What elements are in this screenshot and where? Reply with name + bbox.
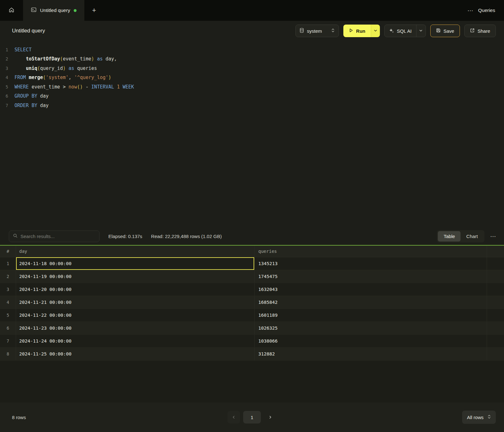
pagination: 1 [227,411,277,423]
row-filler-cell [487,348,504,360]
day-cell[interactable]: 2024-11-22 00:00:00 [16,309,254,321]
sql-editor[interactable]: 1SELECT2 toStartOfDay(event_time) as day… [0,41,504,227]
updown-chevrons-icon [331,28,335,34]
column-header-day[interactable]: day [16,246,254,257]
table-row[interactable]: 42024-11-21 00:00:001685842 [0,296,504,309]
day-cell[interactable]: 2024-11-23 00:00:00 [16,322,254,334]
day-cell[interactable]: 2024-11-21 00:00:00 [16,296,254,309]
code-text: FROM merge('system', '^query_log') [14,75,111,80]
tab-label: Untitled query [40,8,70,13]
sql-ai-label: SQL AI [397,28,412,34]
home-button[interactable] [0,0,23,21]
row-filler-cell [487,335,504,347]
code-text: SELECT [14,47,32,53]
database-select-value: system [307,28,328,34]
queries-cell[interactable]: 1632043 [254,283,487,296]
column-header-index[interactable]: # [0,246,16,257]
chevron-down-icon [419,29,423,33]
console-icon [31,7,37,14]
table-row[interactable]: 62024-11-23 00:00:001026325 [0,322,504,335]
code-text: WHERE event_time > now() - INTERVAL 1 WE… [14,84,134,90]
queries-cell[interactable]: 1685842 [254,296,487,309]
tab-chart[interactable]: Chart [461,231,484,242]
elapsed-stat: Elapsed: 0.137s [108,234,142,239]
page-number-button[interactable]: 1 [243,411,261,423]
results-more-button[interactable]: ⋯ [490,233,496,240]
queries-button[interactable]: Queries [478,8,495,13]
share-button[interactable]: Share [464,25,496,37]
run-button[interactable]: Run [343,25,371,37]
table-row[interactable]: 82024-11-25 00:00:00312882 [0,348,504,361]
table-row[interactable]: 52024-11-22 00:00:001601189 [0,309,504,322]
tabbar-right: ⋯ Queries [467,0,504,21]
code-line[interactable]: 7ORDER BY day [0,101,504,110]
line-number: 3 [0,66,14,71]
line-number: 1 [0,47,14,52]
run-options-button[interactable] [371,25,380,37]
chevron-right-icon [268,415,272,420]
code-line[interactable]: 3 uniq(query_id) as queries [0,64,504,73]
day-cell[interactable]: 2024-11-19 00:00:00 [16,270,254,283]
queries-cell[interactable]: 1026325 [254,322,487,334]
sql-ai-button-group: SQL AI [384,25,426,37]
code-text: toStartOfDay(event_time) as day, [14,56,117,62]
sql-ai-button[interactable]: SQL AI [385,25,416,37]
row-index-cell: 4 [0,296,16,309]
new-tab-button[interactable]: + [84,0,104,21]
updown-chevrons-icon [487,414,491,420]
sql-ai-options-button[interactable] [416,25,426,37]
share-button-label: Share [478,28,490,34]
day-cell[interactable]: 2024-11-24 00:00:00 [16,335,254,347]
code-line[interactable]: 2 toStartOfDay(event_time) as day, [0,54,504,64]
line-number: 2 [0,56,14,61]
table-row[interactable]: 22024-11-19 00:00:001745475 [0,270,504,283]
tab-spacer [104,0,467,21]
column-header-queries[interactable]: queries [254,246,487,257]
row-index-cell: 2 [0,270,16,283]
tab-untitled-query[interactable]: Untitled query [23,0,84,21]
queries-cell[interactable]: 1745475 [254,270,487,283]
page-size-select[interactable]: All rows [462,411,496,424]
row-filler-cell [487,322,504,334]
row-index-cell: 1 [0,257,16,270]
code-line[interactable]: 5WHERE event_time > now() - INTERVAL 1 W… [0,82,504,92]
row-filler-cell [487,296,504,309]
results-empty-area [0,361,504,402]
database-select[interactable]: system [295,25,339,37]
code-line[interactable]: 4FROM merge('system', '^query_log') [0,73,504,82]
prev-page-button[interactable] [227,411,240,423]
code-text: uniq(query_id) as queries [14,65,97,71]
table-row[interactable]: 32024-11-20 00:00:001632043 [0,283,504,296]
line-number: 5 [0,84,14,89]
search-icon [13,233,18,239]
day-cell[interactable]: 2024-11-25 00:00:00 [16,348,254,360]
day-cell[interactable]: 2024-11-18 00:00:00 [16,257,254,270]
run-button-label: Run [356,28,365,34]
row-filler-cell [487,257,504,270]
more-menu-button[interactable]: ⋯ [467,7,474,14]
search-input[interactable] [20,234,95,239]
row-filler-cell [487,270,504,283]
code-line[interactable]: 6GROUP BY day [0,92,504,101]
table-header: # day queries [0,246,504,257]
save-button-label: Save [444,28,454,34]
tab-table[interactable]: Table [438,231,461,242]
results-toolbar: Elapsed: 0.137s Read: 22,229,488 rows (1… [0,227,504,245]
row-index-cell: 7 [0,335,16,347]
queries-cell[interactable]: 1038066 [254,335,487,347]
table-row[interactable]: 12024-11-18 00:00:001345213 [0,257,504,270]
table-row[interactable]: 72024-11-24 00:00:001038066 [0,335,504,348]
toolbar-actions: system Run [295,25,496,37]
chevron-down-icon [374,29,377,33]
save-button[interactable]: Save [430,25,460,37]
row-filler-cell [487,309,504,321]
next-page-button[interactable] [264,411,277,423]
unsaved-dot [74,9,77,12]
queries-cell[interactable]: 1601189 [254,309,487,321]
code-line[interactable]: 1SELECT [0,45,504,54]
queries-cell[interactable]: 312882 [254,348,487,360]
day-cell[interactable]: 2024-11-20 00:00:00 [16,283,254,296]
search-box[interactable] [9,230,100,242]
query-toolbar: Untitled query system Run [0,21,504,41]
queries-cell[interactable]: 1345213 [254,257,487,270]
